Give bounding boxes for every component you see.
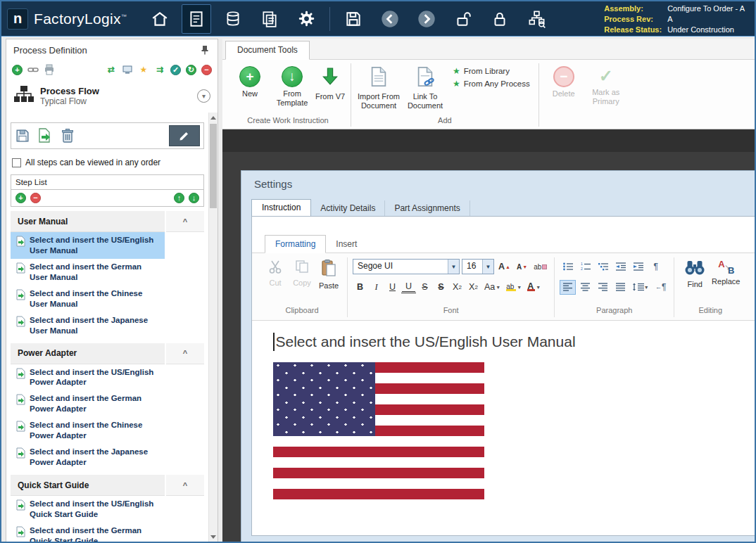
shrink-font-icon[interactable]: A▼ xyxy=(515,260,529,274)
from-library-button[interactable]: ★ From Library xyxy=(453,66,530,76)
vertical-scrollbar[interactable] xyxy=(208,113,218,542)
italic-icon[interactable]: I xyxy=(369,280,384,295)
home-icon[interactable] xyxy=(145,4,175,34)
work-instructions-icon[interactable] xyxy=(182,4,211,34)
move-step-down-icon[interactable]: ↓ xyxy=(189,193,199,203)
step-item[interactable]: Select and insert the Japanese Power Ada… xyxy=(11,444,165,471)
document-canvas[interactable]: Select and insert the US/English User Ma… xyxy=(252,321,755,535)
checkbox-box[interactable] xyxy=(12,158,21,167)
bullet-list-icon[interactable] xyxy=(560,260,576,274)
back-icon[interactable] xyxy=(375,4,405,34)
print-icon[interactable] xyxy=(44,64,55,75)
scrollbar-thumb[interactable] xyxy=(210,124,217,208)
tab-instruction[interactable]: Instruction xyxy=(251,199,311,217)
bold-icon[interactable]: B xyxy=(353,280,367,295)
replace-button[interactable]: A↘B Replace xyxy=(710,257,741,305)
step-item[interactable]: Select and insert the US/English Quick S… xyxy=(11,496,165,523)
lock-icon[interactable] xyxy=(485,4,515,34)
unlock-icon[interactable] xyxy=(448,4,478,34)
step-item[interactable]: Select and insert the German User Manual xyxy=(11,259,165,286)
any-order-checkbox[interactable]: All steps can be viewed in any order xyxy=(12,158,203,167)
sync-icon[interactable]: ↻ xyxy=(186,65,196,75)
pin-icon[interactable] xyxy=(199,44,210,56)
clear-formatting-icon[interactable]: ab xyxy=(531,260,549,274)
double-underline-icon[interactable]: U xyxy=(401,281,416,293)
reorder-steps-icon[interactable]: ⇄ xyxy=(106,64,117,75)
align-left-icon[interactable] xyxy=(560,280,576,295)
font-size-select[interactable]: 16 ▼ xyxy=(462,259,494,274)
effects-icon[interactable]: ★ xyxy=(138,64,149,75)
documents-icon[interactable] xyxy=(255,4,284,34)
delete-button[interactable]: − Delete xyxy=(543,63,584,98)
tab-activity-details[interactable]: Activity Details xyxy=(311,200,385,216)
cut-button[interactable]: Cut xyxy=(262,257,289,305)
collapse-chevron-icon[interactable]: ▾ xyxy=(197,89,210,103)
add-step-icon[interactable]: + xyxy=(15,193,26,203)
paste-button[interactable]: Paste xyxy=(315,257,342,305)
decrease-indent-icon[interactable] xyxy=(612,260,629,274)
underline-icon[interactable]: U xyxy=(385,280,400,295)
import-step-icon[interactable] xyxy=(37,130,53,141)
step-item[interactable]: Select and insert the Chinese User Manua… xyxy=(11,286,165,312)
group-header-quick-start-guide[interactable]: Quick Start Guide ^ xyxy=(11,475,204,496)
change-case-icon[interactable]: Aa▼ xyxy=(482,280,503,295)
show-marks-icon[interactable]: ¶ xyxy=(648,260,664,274)
group-header-user-manual[interactable]: User Manual ^ xyxy=(11,211,204,232)
tab-formatting[interactable]: Formatting xyxy=(265,235,326,253)
scroll-up-arrow[interactable] xyxy=(209,113,218,122)
step-item[interactable]: Select and insert the German Power Adapt… xyxy=(11,390,165,417)
grow-font-icon[interactable]: A▲ xyxy=(496,260,512,274)
double-strikethrough-icon[interactable]: S xyxy=(434,280,448,295)
scroll-down-arrow[interactable] xyxy=(209,532,218,542)
group-header-power-adapter[interactable]: Power Adapter ^ xyxy=(11,343,204,364)
remove-process-icon[interactable]: − xyxy=(201,65,212,75)
increase-indent-icon[interactable] xyxy=(630,260,646,274)
copy-button[interactable]: Copy xyxy=(289,257,315,305)
process-flow-row[interactable]: Process Flow Typical Flow ▾ xyxy=(6,79,218,113)
move-step-up-icon[interactable]: ↑ xyxy=(174,193,184,203)
multilevel-list-icon[interactable] xyxy=(595,260,611,274)
preview-icon[interactable] xyxy=(122,64,133,75)
step-item[interactable]: Select and insert the US/English Power A… xyxy=(11,364,165,391)
step-item[interactable]: Select and insert the Chinese Power Adap… xyxy=(11,417,165,444)
send-steps-icon[interactable]: ⇉ xyxy=(154,64,165,75)
chevron-up-icon[interactable]: ^ xyxy=(166,211,204,232)
import-from-document-button[interactable]: Import From Document xyxy=(355,63,402,110)
align-center-icon[interactable] xyxy=(577,280,593,295)
new-button[interactable]: + New xyxy=(229,63,270,98)
link-icon[interactable] xyxy=(27,64,39,75)
line-spacing-icon[interactable]: ▼ xyxy=(630,280,651,295)
chevron-up-icon[interactable]: ^ xyxy=(166,343,204,364)
link-to-document-button[interactable]: Link To Document xyxy=(403,63,447,110)
tab-document-tools[interactable]: Document Tools xyxy=(225,41,310,60)
from-template-button[interactable]: ↓ From Template xyxy=(272,63,313,107)
superscript-icon[interactable]: X2 xyxy=(450,280,465,295)
tab-insert[interactable]: Insert xyxy=(326,236,367,253)
paragraph-marks-icon[interactable]: ←¶ xyxy=(653,280,669,295)
remove-step-icon[interactable]: − xyxy=(30,193,41,203)
chevron-up-icon[interactable]: ^ xyxy=(166,475,204,496)
step-item[interactable]: Select and insert the Japanese User Manu… xyxy=(11,312,165,339)
process-tree-icon[interactable] xyxy=(522,4,551,34)
save-icon[interactable] xyxy=(339,4,368,34)
find-button[interactable]: Find xyxy=(679,257,710,305)
numbered-list-icon[interactable]: 12 xyxy=(577,260,593,274)
justify-icon[interactable] xyxy=(612,280,629,295)
font-family-select[interactable]: Segoe UI ▼ xyxy=(353,259,460,274)
tab-part-assignments[interactable]: Part Assignments xyxy=(385,200,470,216)
settings-gear-icon[interactable] xyxy=(291,4,321,34)
save-step-icon[interactable] xyxy=(15,130,30,141)
strikethrough-icon[interactable]: S xyxy=(417,280,432,295)
font-color-icon[interactable]: A▼ xyxy=(525,280,543,295)
text-highlight-icon[interactable]: ab▼ xyxy=(504,280,524,295)
delete-step-icon[interactable] xyxy=(60,130,75,141)
step-item[interactable]: Select and insert the US/English User Ma… xyxy=(11,232,165,259)
apply-icon[interactable]: ✓ xyxy=(170,65,181,75)
batch-stack-icon[interactable] xyxy=(218,4,248,34)
forward-icon[interactable] xyxy=(412,4,441,34)
align-right-icon[interactable] xyxy=(595,280,611,295)
step-item[interactable]: Select and insert the German Quick Start… xyxy=(11,523,165,542)
subscript-icon[interactable]: X2 xyxy=(466,280,481,295)
add-process-icon[interactable]: + xyxy=(12,65,23,75)
from-v7-button[interactable]: From V7 xyxy=(314,63,346,101)
